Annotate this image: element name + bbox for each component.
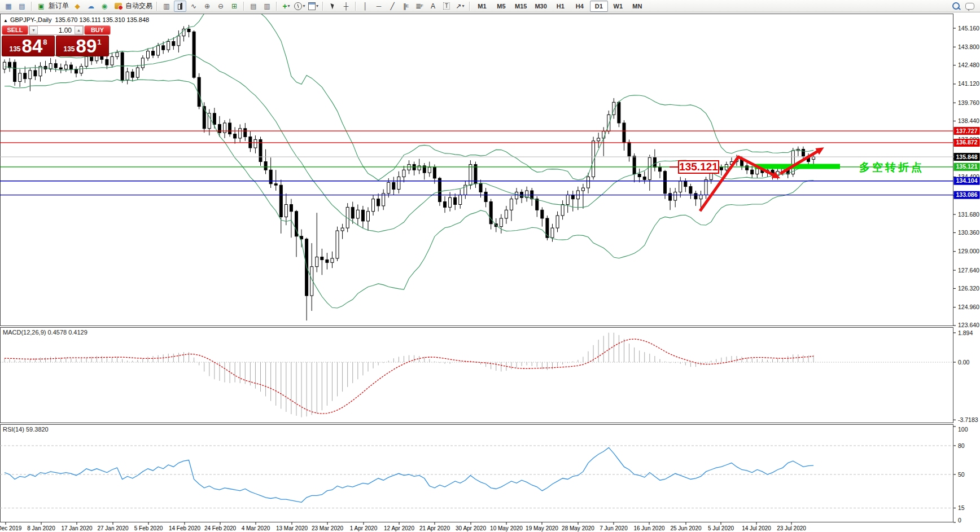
toolbar: ▦▤▣新订单◆☁◉自动交易▥∿⊕⊖⊞▤▥+▾▾▾┼│─╱∥E≣FAT↗▾M1M5… [0,0,980,12]
community-icon[interactable]: ☁ [85,1,97,12]
date-tick-label: 8 Jan 2020 [27,525,55,531]
date-tick-label: 30 Dec 2019 [0,525,22,531]
rsi-tick-label: 50 [958,471,965,478]
mt4-terminal-window: ▦▤▣新订单◆☁◉自动交易▥∿⊕⊖⊞▤▥+▾▾▾┼│─╱∥E≣FAT↗▾M1M5… [0,0,980,532]
date-tick-label: 19 May 2020 [526,525,558,531]
price-tick-label: 129.000 [958,248,979,254]
chevron-down-icon[interactable]: ▾ [316,3,318,8]
collapse-icon[interactable]: ▲ [3,18,8,23]
chevron-down-icon[interactable]: ▾ [462,3,465,8]
period-icon [294,2,302,10]
toolbar-separator [156,2,158,11]
timeframe-m1[interactable]: M1 [473,1,491,12]
timeframe-h4[interactable]: H4 [571,1,589,12]
timeframe-w1[interactable]: W1 [609,1,627,12]
tile-windows-icon[interactable]: ⊞ [228,1,240,12]
bar-chart-icon[interactable]: ▥ [160,1,173,12]
trendline-icon[interactable]: ╱ [386,1,399,12]
sell-price-main: 84 [22,37,43,55]
price-tick-label: 130.360 [958,229,979,236]
timeframe-h1[interactable]: H1 [552,1,570,12]
panel-frame [1,425,953,522]
price-annotation-text: 135.121 [679,161,718,173]
rsi-tick-label: 15 [958,504,965,511]
date-tick-label: 21 Apr 2020 [419,525,450,531]
vertical-line-icon[interactable]: │ [359,1,371,12]
chevron-down-icon[interactable]: ▾ [288,3,290,8]
panel-frame [1,328,953,423]
date-tick-label: 14 Jul 2020 [742,525,771,531]
search-icon[interactable] [952,2,960,10]
chevron-down-icon[interactable]: ▾ [303,3,305,8]
price-badge-text: 136.872 [956,139,978,146]
date-tick-label: 5 Feb 2020 [134,525,163,531]
price-tick-label: 142.480 [958,61,979,68]
zoom-out-icon[interactable]: ⊖ [215,1,227,12]
data-window-icon[interactable]: ▤ [247,1,260,12]
buy-price-prefix: 135 [64,45,75,53]
strategy-window-icon[interactable]: ▥ [261,1,273,12]
crosshair-icon[interactable]: ┼ [340,1,352,12]
buy-price-display[interactable]: 135891 [56,36,109,56]
candlestick-chart-icon[interactable] [174,1,186,12]
macd-tick-label: -3.7183 [958,416,978,423]
arrows-icon[interactable]: ↗▾ [454,1,466,12]
timeframe-d1[interactable]: D1 [590,1,608,12]
rsi-indicator-label: RSI(14) 59.3820 [3,426,49,433]
chart-canvas[interactable]: 135.121多空转折点145.160143.800142.480141.120… [0,0,980,532]
date-tick-label: 4 Mar 2020 [242,525,270,531]
cursor-icon[interactable] [326,1,339,12]
price-tick-label: 138.440 [958,117,979,124]
timeframe-m5[interactable]: M5 [492,1,510,12]
buy-button[interactable]: BUY [84,25,111,35]
volume-decrease-button[interactable]: ▼ [29,26,38,34]
buy-price-pip: 1 [97,38,101,46]
date-tick-label: 27 Jan 2020 [97,525,128,531]
date-tick-label: 13 Mar 2020 [276,525,308,531]
sell-button[interactable]: SELL [2,25,28,35]
price-badge-text: 135.848 [956,153,978,160]
market-icon[interactable]: ◆ [71,1,84,12]
price-tick-label: 127.640 [958,267,979,274]
chat-icon[interactable] [965,3,974,10]
volume-increase-button[interactable]: ▲ [75,26,83,34]
rsi-tick-label: 0 [958,517,961,524]
template-icon [308,2,316,10]
new-order-button-label[interactable]: 新订单 [49,1,69,11]
auto-trading-button [115,3,122,9]
timeframe-mn[interactable]: MN [628,1,646,12]
timeframe-m30[interactable]: M30 [531,1,550,12]
timeframe-m15[interactable]: M15 [511,1,530,12]
toolbar-separator [355,2,356,11]
fibonacci-icon[interactable]: ≣F [413,1,426,12]
sell-price-display[interactable]: 135848 [2,36,55,56]
text-icon[interactable]: A [427,1,439,12]
price-tick-label: 131.680 [958,211,979,218]
line-chart-icon[interactable]: ∿ [187,1,200,12]
symbol-header: ▲GBPJPY-,Daily 135.670 136.111 135.310 1… [3,16,149,23]
horizontal-line-icon[interactable]: ─ [373,1,385,12]
auto-trading-button-label[interactable]: 自动交易 [125,1,152,11]
auto-trading-button[interactable] [112,1,124,12]
toolbar-separator [276,2,277,11]
profiles-icon[interactable]: ▤ [16,1,28,12]
channel-icon[interactable]: ∥E [400,1,412,12]
price-badge-text: 134.104 [956,177,978,184]
cursor-icon [330,2,335,9]
zoom-in-icon[interactable]: ⊕ [201,1,213,12]
period-icon[interactable]: ▾ [294,1,306,12]
sell-price-prefix: 135 [10,45,21,53]
price-tick-label: 139.760 [958,99,979,106]
date-tick-label: 25 Jun 2020 [670,525,701,531]
volume-input[interactable] [38,26,75,34]
date-tick-label: 5 Jul 2020 [708,525,734,531]
price-tick-label: 124.960 [958,304,979,310]
new-order-button[interactable]: ▣ [35,1,47,12]
volume-spinner: ▼ ▲ [29,25,84,35]
template-icon[interactable]: ▾ [307,1,320,12]
new-chart-icon[interactable]: ▦ [2,1,15,12]
label-icon[interactable]: T [440,1,453,12]
add-indicator-icon[interactable]: +▾ [280,1,292,12]
signals-icon[interactable]: ◉ [98,1,111,12]
symbol-ohlc: 135.670 136.111 135.310 135.848 [55,16,150,23]
